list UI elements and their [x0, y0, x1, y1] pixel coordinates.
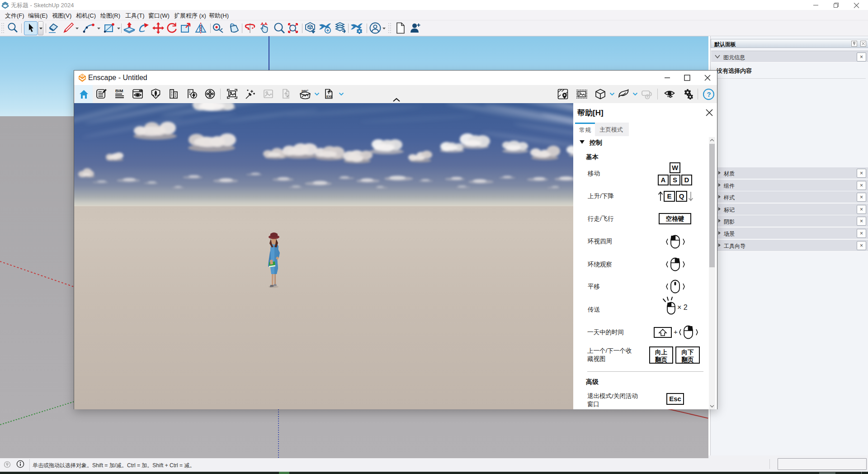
svg-text:360°: 360° [302, 89, 309, 93]
svg-text:EXE: EXE [326, 95, 333, 98]
svg-text:?: ? [707, 90, 711, 98]
svg-text:BIM: BIM [115, 88, 123, 93]
svg-text:× 2: × 2 [677, 303, 688, 311]
